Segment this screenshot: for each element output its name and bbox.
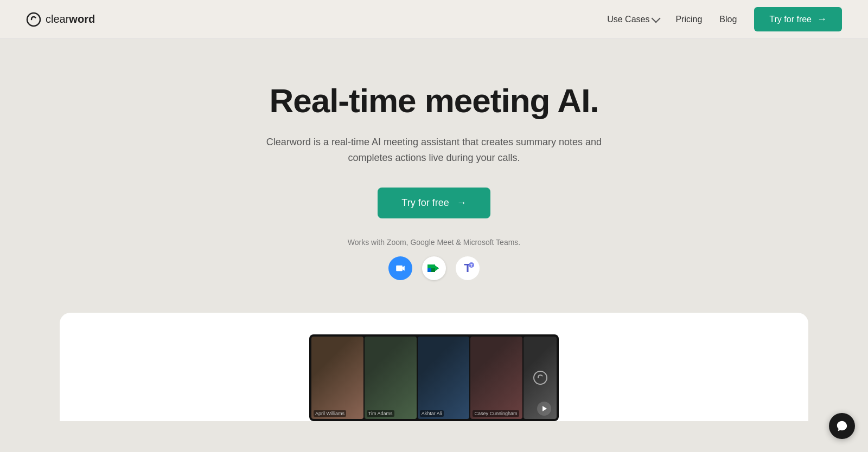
header-try-free-button[interactable]: Try for free → bbox=[754, 7, 842, 31]
video-participant-4: Casey Cunningham bbox=[470, 337, 522, 419]
participant-1-label: April Williams bbox=[314, 410, 346, 417]
main-content: Real-time meeting AI. Clearword is a rea… bbox=[0, 39, 868, 452]
header: clearword Use Cases Pricing Blog Try for… bbox=[0, 0, 868, 39]
hero-title: Real-time meeting AI. bbox=[269, 82, 598, 119]
chevron-down-icon bbox=[652, 14, 661, 23]
nav-pricing[interactable]: Pricing bbox=[675, 15, 702, 24]
video-participant-3: Akhtar Ali bbox=[418, 337, 470, 419]
hero-section: Real-time meeting AI. Clearword is a rea… bbox=[190, 39, 678, 313]
zoom-icon bbox=[388, 256, 412, 280]
participant-2-label: Tim Adams bbox=[367, 410, 394, 417]
svg-point-8 bbox=[534, 371, 547, 384]
video-section: April Williams Tim Adams Akhtar Ali Case… bbox=[60, 313, 808, 421]
logo-icon bbox=[26, 12, 41, 27]
arrow-right-icon: → bbox=[817, 14, 827, 25]
nav-blog[interactable]: Blog bbox=[719, 15, 737, 24]
chat-icon bbox=[836, 420, 848, 432]
google-meet-icon bbox=[422, 256, 446, 280]
svg-marker-9 bbox=[542, 406, 547, 411]
participant-4-label: Casey Cunningham bbox=[473, 410, 519, 417]
video-participant-2: Tim Adams bbox=[365, 337, 417, 419]
video-grid: April Williams Tim Adams Akhtar Ali Case… bbox=[309, 334, 559, 421]
hero-subtitle: Clearword is a real-time AI meeting assi… bbox=[266, 134, 602, 166]
logo[interactable]: clearword bbox=[26, 12, 95, 27]
hero-try-free-button[interactable]: Try for free → bbox=[378, 188, 490, 218]
microsoft-teams-icon: T T bbox=[456, 256, 480, 280]
main-nav: Use Cases Pricing Blog Try for free → bbox=[607, 7, 842, 31]
video-preview: April Williams Tim Adams Akhtar Ali Case… bbox=[309, 334, 559, 421]
svg-point-0 bbox=[27, 13, 40, 26]
video-participant-1: April Williams bbox=[311, 337, 363, 419]
participant-3-label: Akhtar Ali bbox=[420, 410, 444, 417]
svg-text:T: T bbox=[470, 263, 473, 268]
hero-arrow-right-icon: → bbox=[457, 197, 467, 209]
play-icon bbox=[541, 405, 547, 412]
logo-text: clearword bbox=[46, 13, 95, 25]
chat-support-button[interactable] bbox=[829, 413, 855, 439]
works-with-text: Works with Zoom, Google Meet & Microsoft… bbox=[348, 238, 520, 247]
play-button[interactable] bbox=[537, 402, 551, 416]
nav-use-cases[interactable]: Use Cases bbox=[607, 15, 658, 24]
platform-icons-group: T T bbox=[388, 256, 480, 280]
